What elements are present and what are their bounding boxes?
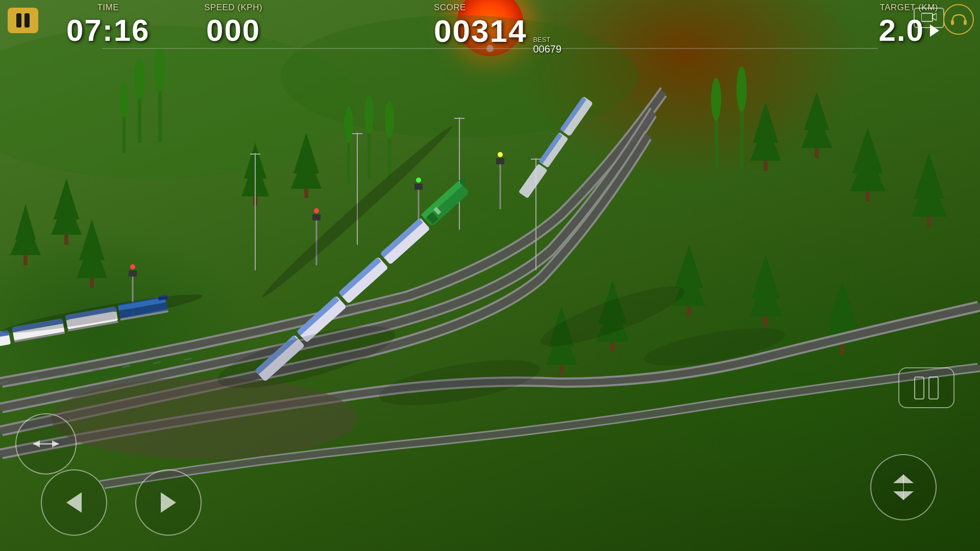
svg-rect-35 — [559, 365, 564, 375]
svg-marker-132 — [33, 440, 40, 447]
svg-rect-47 — [840, 344, 844, 355]
speed-label: SPEED (KPH) — [204, 3, 262, 13]
speed-section: SPEED (KPH) 000 — [204, 3, 262, 48]
svg-rect-28 — [927, 217, 931, 227]
svg-rect-53 — [304, 189, 308, 198]
speed-control-button[interactable] — [870, 454, 937, 520]
headphone-icon — [950, 11, 968, 29]
speed-value: 000 — [206, 13, 260, 48]
svg-rect-41 — [687, 306, 691, 316]
time-label: TIME — [97, 3, 119, 13]
pause-bar-left — [16, 13, 21, 28]
svg-point-122 — [376, 351, 543, 415]
svg-marker-9 — [10, 219, 41, 255]
best-label: BEST — [533, 36, 550, 43]
svg-rect-44 — [764, 316, 768, 327]
svg-rect-16 — [90, 278, 94, 288]
right-arrow-icon — [158, 490, 179, 515]
svg-rect-101 — [421, 181, 470, 227]
svg-point-70 — [314, 208, 319, 213]
svg-point-30 — [711, 78, 721, 121]
svg-point-119 — [0, 288, 204, 339]
svg-rect-38 — [610, 342, 615, 352]
svg-rect-22 — [815, 148, 819, 158]
svg-rect-69 — [312, 214, 321, 220]
up-down-icon — [891, 472, 916, 503]
svg-rect-108 — [338, 257, 388, 304]
back-button[interactable] — [943, 4, 974, 35]
svg-rect-130 — [964, 20, 967, 25]
svg-marker-135 — [161, 492, 176, 513]
score-value: 00314 — [434, 13, 527, 49]
svg-point-57 — [364, 95, 374, 134]
camera-icon — [921, 11, 937, 25]
switch-direction-button[interactable] — [15, 413, 77, 474]
pause-bar-right — [24, 13, 30, 28]
svg-point-76 — [498, 152, 503, 157]
svg-marker-138 — [893, 491, 914, 500]
cam-bar-1 — [914, 377, 924, 399]
game-scene — [0, 0, 980, 551]
svg-rect-118 — [519, 164, 548, 198]
svg-marker-133 — [52, 440, 59, 447]
score-label: SCORE — [434, 3, 466, 13]
svg-rect-72 — [414, 184, 423, 190]
svg-rect-127 — [921, 13, 933, 21]
left-arrow-icon — [64, 490, 84, 515]
svg-rect-106 — [380, 217, 430, 265]
svg-line-64 — [122, 365, 130, 367]
svg-point-67 — [51, 378, 357, 459]
hud-overlay: TIME 07:16 SPEED (KPH) 000 SCORE 00314 B… — [0, 0, 980, 3]
svg-point-3 — [134, 59, 144, 99]
svg-point-73 — [416, 178, 421, 183]
svg-rect-25 — [866, 191, 870, 202]
svg-rect-10 — [23, 255, 28, 265]
svg-rect-78 — [129, 270, 137, 277]
switch-icon — [31, 436, 61, 452]
prev-train-button[interactable] — [41, 469, 107, 536]
pause-button[interactable] — [8, 8, 38, 33]
svg-point-79 — [130, 264, 135, 269]
next-train-button[interactable] — [135, 469, 202, 536]
svg-point-32 — [737, 66, 747, 112]
camera-button[interactable] — [914, 8, 944, 28]
svg-point-7 — [120, 82, 128, 117]
best-value: 00679 — [533, 43, 561, 55]
time-value: 07:16 — [66, 13, 150, 48]
svg-rect-129 — [951, 20, 954, 25]
camera-view-button[interactable] — [898, 367, 954, 408]
svg-point-5 — [155, 46, 165, 92]
svg-line-66 — [184, 358, 191, 360]
score-section: SCORE 00314 BEST 00679 — [434, 3, 561, 55]
svg-line-65 — [153, 362, 161, 364]
cam-bar-2 — [928, 377, 939, 399]
svg-marker-134 — [66, 492, 82, 513]
svg-rect-13 — [64, 235, 68, 245]
svg-point-59 — [385, 101, 394, 139]
svg-rect-75 — [496, 158, 504, 164]
svg-marker-128 — [933, 13, 937, 20]
game-container: TIME 07:16 SPEED (KPH) 000 SCORE 00314 B… — [0, 0, 980, 551]
svg-rect-19 — [764, 161, 768, 171]
svg-point-55 — [344, 107, 353, 143]
time-section: TIME 07:16 — [66, 3, 150, 48]
